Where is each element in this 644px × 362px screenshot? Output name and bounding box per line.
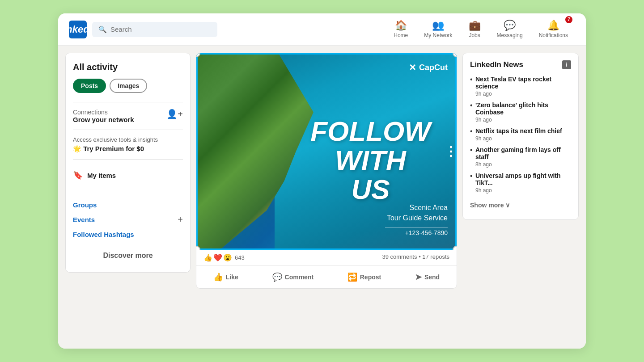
like-label: Like <box>226 274 238 281</box>
filter-posts-button[interactable]: Posts <box>73 79 106 93</box>
divider-1 <box>73 102 183 102</box>
post-card: ✕ CapCut FOLLOW WITH US Scenic Area Tour… <box>196 53 457 289</box>
add-connection-icon[interactable]: 👤+ <box>166 109 183 119</box>
repost-label: Repost <box>360 274 381 281</box>
post-vertical-dots[interactable] <box>450 146 452 157</box>
news-item-4: Another gaming firm lays off staff 8h ag… <box>470 146 571 168</box>
connections-subtitle: Grow your network <box>73 116 134 123</box>
my-network-icon: 👥 <box>432 21 444 30</box>
like-reaction-icon: 👍 <box>203 253 212 262</box>
news-headline-3[interactable]: Netflix taps its next film chief <box>475 127 571 135</box>
news-time-3: 9h ago <box>475 135 571 142</box>
nav-bar: LinkedIn 🔍 🏠 Home 👥 My Network 💼 Jobs 💬 … <box>58 13 586 46</box>
nav-item-notifications[interactable]: 🔔 7 Notifications <box>532 17 575 42</box>
news-title: LinkedIn News <box>470 60 523 69</box>
celebrate-reaction-icon: 😮 <box>223 253 232 262</box>
heart-reaction-icon: ❤️ <box>213 253 222 262</box>
news-header: LinkedIn News i <box>470 60 571 69</box>
news-info-icon[interactable]: i <box>562 60 571 69</box>
post-main-text: FOLLOW WITH US <box>310 117 431 204</box>
divider-2 <box>73 130 183 130</box>
post-text-line2: WITH <box>310 146 431 175</box>
premium-link[interactable]: 🌟 Try Premium for $0 <box>73 145 183 153</box>
browser-window: LinkedIn 🔍 🏠 Home 👥 My Network 💼 Jobs 💬 … <box>58 13 586 349</box>
all-activity-title: All activity <box>73 62 183 72</box>
comments-reposts-count: 39 comments • 17 reposts <box>382 253 449 262</box>
nav-item-jobs[interactable]: 💼 Jobs <box>462 17 488 42</box>
capcut-brand-name: CapCut <box>419 63 448 72</box>
repost-button[interactable]: 🔁 Repost <box>339 268 390 286</box>
news-headline-2[interactable]: 'Zero balance' glitch hits Coinbase <box>475 101 571 116</box>
post-text-line3: US <box>310 175 431 204</box>
reactions[interactable]: 👍 ❤️ 😮 643 <box>203 253 245 262</box>
nav-label-messaging: Messaging <box>497 32 523 38</box>
add-event-icon[interactable]: + <box>178 215 183 225</box>
nav-item-home[interactable]: 🏠 Home <box>386 17 415 42</box>
news-headline-5[interactable]: Universal amps up fight with TikT... <box>475 172 571 186</box>
connections-text: Connections Grow your network <box>73 109 134 123</box>
nav-label-home: Home <box>394 32 408 38</box>
filter-buttons: Posts Images <box>73 79 183 93</box>
connections-section[interactable]: Connections Grow your network 👤+ <box>73 109 183 123</box>
nav-item-my-network[interactable]: 👥 My Network <box>417 17 459 42</box>
right-sidebar: LinkedIn News i Next Tesla EV taps rocke… <box>462 53 579 220</box>
news-headline-1[interactable]: Next Tesla EV taps rocket science <box>475 76 571 90</box>
show-more-button[interactable]: Show more ∨ <box>470 198 510 212</box>
dot-3 <box>450 155 452 157</box>
search-input[interactable] <box>110 25 211 33</box>
nav-label-my-network: My Network <box>424 32 452 38</box>
dot-1 <box>450 146 452 148</box>
like-icon: 👍 <box>213 272 223 282</box>
my-items-label: My items <box>87 172 116 179</box>
nav-item-messaging[interactable]: 💬 Messaging <box>490 17 530 42</box>
post-subtitle-line2: Tour Guide Service <box>387 213 448 223</box>
subtitle-divider <box>385 227 448 227</box>
capcut-icon: ✕ <box>409 62 416 73</box>
dot-2 <box>450 151 452 153</box>
send-button[interactable]: ➤ Send <box>406 268 449 286</box>
divider-4 <box>73 191 183 191</box>
divider-3 <box>73 159 183 160</box>
comment-icon: 💬 <box>272 272 282 282</box>
capcut-logo: ✕ CapCut <box>409 62 448 73</box>
like-button[interactable]: 👍 Like <box>204 268 247 286</box>
linkedin-logo[interactable]: LinkedIn <box>69 21 87 38</box>
post-image: ✕ CapCut FOLLOW WITH US Scenic Area Tour… <box>196 53 457 250</box>
news-item-1: Next Tesla EV taps rocket science 9h ago <box>470 76 571 97</box>
connections-label: Connections <box>73 109 134 116</box>
news-item-3: Netflix taps its next film chief 9h ago <box>470 127 571 142</box>
my-items-row[interactable]: 🔖 My items <box>73 166 183 185</box>
comment-label: Comment <box>285 274 314 281</box>
send-icon: ➤ <box>415 272 422 282</box>
premium-section: Access exclusive tools & insights 🌟 Try … <box>73 136 183 153</box>
messaging-icon: 💬 <box>504 21 516 30</box>
followed-hashtags-link[interactable]: Followed Hashtags <box>73 227 183 242</box>
news-time-4: 8h ago <box>475 161 571 168</box>
reactions-count: 643 <box>235 254 245 261</box>
nav-label-jobs: Jobs <box>469 32 480 38</box>
notifications-icon: 🔔 <box>547 21 559 30</box>
post-subtitle-line1: Scenic Area <box>387 203 448 213</box>
chevron-down-icon: ∨ <box>505 202 510 209</box>
show-more-label: Show more <box>470 202 504 209</box>
filter-images-button[interactable]: Images <box>110 79 147 93</box>
post-phone: +123-456-7890 <box>405 229 448 236</box>
post-subtitle: Scenic Area Tour Guide Service <box>387 203 448 223</box>
comment-button[interactable]: 💬 Comment <box>263 268 323 286</box>
reposts-count[interactable]: 17 reposts <box>422 253 449 260</box>
center-feed: ✕ CapCut FOLLOW WITH US Scenic Area Tour… <box>196 53 457 341</box>
news-headline-4[interactable]: Another gaming firm lays off staff <box>475 146 571 160</box>
bookmark-icon: 🔖 <box>73 170 83 180</box>
search-bar[interactable]: 🔍 <box>92 22 217 37</box>
news-time-5: 9h ago <box>475 187 571 194</box>
groups-link[interactable]: Groups <box>73 198 183 212</box>
comments-count[interactable]: 39 comments <box>382 253 417 260</box>
events-link[interactable]: Events <box>73 212 95 227</box>
repost-icon: 🔁 <box>347 272 357 282</box>
discover-more-button[interactable]: Discover more <box>73 248 183 263</box>
premium-subtitle: Access exclusive tools & insights <box>73 136 183 143</box>
news-item-2: 'Zero balance' glitch hits Coinbase 9h a… <box>470 101 571 123</box>
nav-items: 🏠 Home 👥 My Network 💼 Jobs 💬 Messaging 🔔… <box>386 17 575 42</box>
send-label: Send <box>424 274 440 281</box>
main-content: All activity Posts Images Connections Gr… <box>58 46 586 349</box>
